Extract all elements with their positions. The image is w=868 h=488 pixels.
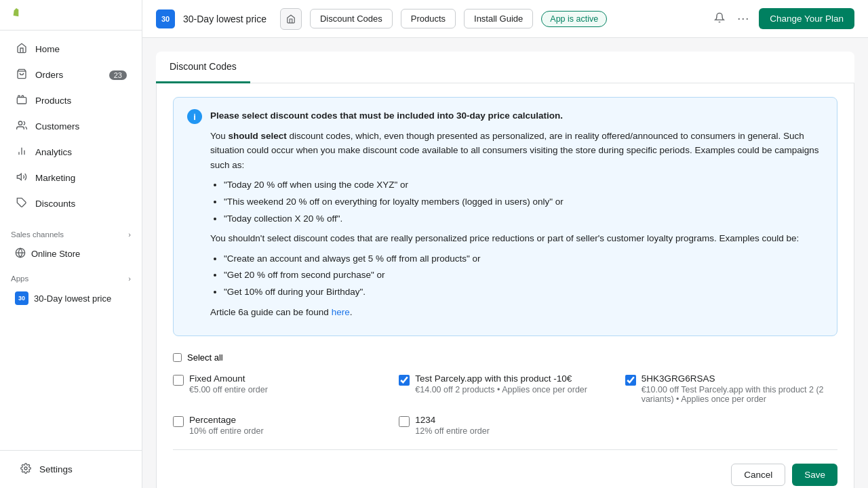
- sidebar-nav: Home Orders 23 Products Customers Anal: [0, 30, 142, 222]
- discount-codes-nav-btn[interactable]: Discount Codes: [310, 9, 393, 28]
- apps-section: Apps ›: [0, 266, 142, 285]
- fixed-amount-checkbox[interactable]: [173, 375, 184, 386]
- sidebar-header: [0, 0, 142, 30]
- orders-icon: [15, 68, 28, 81]
- select-all-label[interactable]: Select all: [187, 352, 223, 363]
- sidebar-item-products[interactable]: Products: [4, 88, 138, 113]
- fixed-amount-label: Fixed Amount: [189, 373, 268, 384]
- sidebar-item-discounts[interactable]: Discounts: [4, 191, 138, 216]
- content-area: Discount Codes i Please select discount …: [142, 38, 868, 488]
- sidebar-item-home[interactable]: Home: [4, 37, 138, 62]
- products-icon: [15, 94, 28, 107]
- sales-channels-chevron-icon: ›: [128, 230, 131, 239]
- info-intro-cont: discount codes, which, even though prese…: [210, 131, 818, 170]
- save-button[interactable]: Save: [792, 464, 837, 486]
- more-icon: ···: [737, 12, 749, 25]
- sidebar-item-discounts-label: Discounts: [35, 199, 75, 209]
- topbar: 30 30-Day lowest price Discount Codes Pr…: [142, 0, 868, 38]
- tab-discount-codes[interactable]: Discount Codes: [156, 52, 250, 83]
- cancel-button[interactable]: Cancel: [731, 464, 785, 486]
- sidebar-item-settings[interactable]: Settings: [8, 457, 134, 482]
- products-nav-btn[interactable]: Products: [401, 9, 456, 28]
- checkbox-section: Select all Fixed Amount €5.00 off entire…: [173, 352, 837, 436]
- checkbox-item-test-parcely: Test Parcely.app with this product -10€ …: [399, 373, 611, 404]
- shouldnt-item-2: "Get 20 % off from second purchase" or: [224, 268, 823, 283]
- select-all-checkbox[interactable]: [173, 353, 182, 362]
- shouldnt-item-1: "Create an account and always get 5 % of…: [224, 251, 823, 266]
- sidebar-item-marketing[interactable]: Marketing: [4, 165, 138, 190]
- sidebar-item-customers-label: Customers: [35, 121, 79, 131]
- card-footer: Cancel Save: [173, 449, 837, 486]
- sidebar-item-analytics[interactable]: Analytics: [4, 140, 138, 165]
- app-active-badge: App is active: [541, 11, 607, 27]
- should-item-3: "Today collection X 20 % off".: [224, 211, 823, 226]
- 30-day-app-icon: 30: [15, 291, 28, 305]
- sidebar-item-home-label: Home: [35, 44, 60, 54]
- checkbox-item-1234: 1234 12% off entire order: [399, 415, 611, 436]
- article-text: Article 6a guide can be found here.: [210, 305, 823, 320]
- should-item-2: "This weekend 20 % off on everything for…: [224, 195, 823, 209]
- install-guide-nav-btn[interactable]: Install Guide: [464, 9, 533, 28]
- checkbox-item-percentage: Percentage 10% off entire order: [173, 415, 385, 436]
- shouldnt-list: "Create an account and always get 5 % of…: [224, 251, 823, 300]
- apps-chevron-icon: ›: [128, 274, 131, 283]
- analytics-icon: [15, 146, 28, 159]
- 5hk3-sub: €10.00 off Test Parcely.app with this pr…: [642, 385, 837, 404]
- select-all-row: Select all: [173, 352, 837, 363]
- percentage-checkbox[interactable]: [173, 416, 184, 427]
- marketing-icon: [15, 171, 28, 184]
- checkbox-grid: Fixed Amount €5.00 off entire order Test…: [173, 373, 837, 436]
- discounts-icon: [15, 197, 28, 210]
- test-parcely-checkbox[interactable]: [399, 375, 410, 386]
- sidebar-item-online-store[interactable]: Online Store: [4, 242, 138, 266]
- home-nav-icon: [286, 14, 296, 24]
- shouldnt-text: You shouldn't select discount codes that…: [210, 231, 823, 246]
- 1234-label: 1234: [415, 415, 490, 425]
- percentage-label: Percentage: [189, 415, 264, 425]
- sidebar-item-customers[interactable]: Customers: [4, 114, 138, 139]
- info-box-content: Please select discount codes that must b…: [210, 108, 823, 325]
- info-intro: You: [210, 131, 229, 141]
- should-select-bold: should select: [229, 131, 287, 141]
- info-box: i Please select discount codes that must…: [173, 97, 837, 336]
- home-nav-button[interactable]: [280, 8, 302, 30]
- info-title: Please select discount codes that must b…: [210, 110, 563, 121]
- sidebar-item-orders-label: Orders: [35, 70, 63, 80]
- settings-icon: [19, 463, 33, 476]
- topbar-title: 30-Day lowest price: [183, 14, 267, 24]
- home-icon: [15, 43, 28, 56]
- svg-marker-6: [17, 174, 21, 180]
- fixed-amount-sub: €5.00 off entire order: [189, 385, 268, 394]
- test-parcely-label: Test Parcely.app with this product -10€: [415, 373, 587, 384]
- main-card: i Please select discount codes that must…: [156, 83, 854, 488]
- svg-rect-1: [17, 98, 26, 104]
- orders-badge: 23: [109, 70, 127, 80]
- sidebar-item-30-day-label: 30-Day lowest price: [34, 293, 111, 304]
- percentage-sub: 10% off entire order: [189, 426, 264, 436]
- 1234-checkbox[interactable]: [399, 416, 410, 427]
- sidebar-item-marketing-label: Marketing: [35, 173, 75, 183]
- sidebar: Home Orders 23 Products Customers Anal: [0, 0, 142, 488]
- sidebar-item-online-store-label: Online Store: [31, 249, 80, 259]
- shouldnt-item-3: "Get 10% off during your Birthday".: [224, 285, 823, 300]
- tab-bar: Discount Codes: [156, 52, 854, 83]
- main-content: 30 30-Day lowest price Discount Codes Pr…: [142, 0, 868, 488]
- topbar-app-icon: 30: [156, 9, 175, 28]
- change-plan-button[interactable]: Change Your Plan: [759, 8, 854, 29]
- sidebar-item-orders[interactable]: Orders 23: [4, 62, 138, 87]
- test-parcely-sub: €14.00 off 2 products • Applies once per…: [415, 385, 587, 394]
- sidebar-item-settings-label: Settings: [39, 464, 73, 474]
- shopify-logo-icon: [11, 8, 24, 22]
- sidebar-item-products-label: Products: [35, 96, 71, 106]
- settings-section: Settings: [0, 450, 142, 488]
- bell-icon: [714, 12, 725, 23]
- article-link[interactable]: here: [332, 307, 350, 317]
- online-store-icon: [15, 247, 26, 260]
- sidebar-item-30-day[interactable]: 30 30-Day lowest price: [4, 286, 138, 310]
- 1234-sub: 12% off entire order: [415, 426, 490, 436]
- more-options-button[interactable]: ···: [734, 9, 752, 28]
- 5hk3-checkbox[interactable]: [625, 375, 636, 386]
- checkbox-item-fixed-amount: Fixed Amount €5.00 off entire order: [173, 373, 385, 404]
- bell-icon-button[interactable]: [711, 9, 728, 28]
- svg-point-2: [18, 121, 22, 125]
